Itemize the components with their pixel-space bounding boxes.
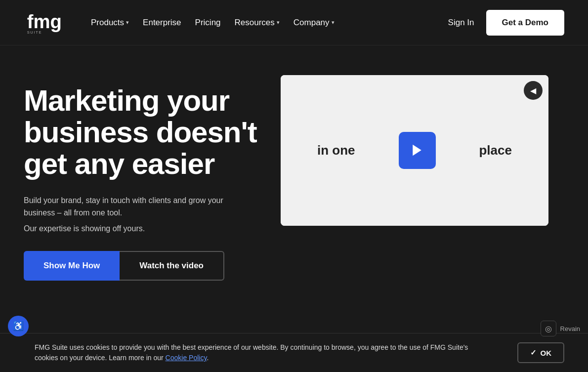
revain-label: Revain <box>560 325 580 332</box>
sign-in-link[interactable]: Sign In <box>448 18 474 28</box>
video-text-area: in one place <box>281 132 548 169</box>
hero-section: Marketing your business doesn't get any … <box>0 45 588 332</box>
chevron-down-icon: ▾ <box>277 19 280 26</box>
revain-widget[interactable]: ◎ Revain <box>541 321 580 336</box>
video-label-left: in one <box>317 143 355 158</box>
watch-video-button[interactable]: Watch the video <box>120 251 224 281</box>
hero-text: Marketing your business doesn't get any … <box>24 75 261 281</box>
cookie-text: FMG Suite uses cookies to provide you wi… <box>35 342 479 363</box>
hero-subtitle: Build your brand, stay in touch with cli… <box>24 194 231 219</box>
nav-item-products[interactable]: Products ▾ <box>91 18 129 28</box>
nav-item-enterprise[interactable]: Enterprise <box>143 18 181 28</box>
nav-right: Sign In Get a Demo <box>448 10 564 36</box>
cookie-ok-button[interactable]: ✓ OK <box>517 342 565 363</box>
cookie-policy-link[interactable]: Cookie Policy <box>166 354 207 362</box>
svg-text:SUITE: SUITE <box>27 30 42 35</box>
nav-item-pricing[interactable]: Pricing <box>195 18 221 28</box>
nav-item-company[interactable]: Company ▾ <box>294 18 335 28</box>
hero-tagline: Our expertise is showing off yours. <box>24 224 261 233</box>
nav-item-resources[interactable]: Resources ▾ <box>235 18 280 28</box>
video-label-right: place <box>479 143 512 158</box>
play-icon <box>410 143 424 158</box>
video-mute-button[interactable]: ◀ <box>524 81 543 100</box>
hero-title: Marketing your business doesn't get any … <box>24 85 261 180</box>
revain-icon: ◎ <box>541 321 556 336</box>
chevron-down-icon: ▾ <box>332 19 335 26</box>
video-inner: ◀ in one place <box>281 75 548 226</box>
mute-icon: ◀ <box>530 86 536 95</box>
video-container: ◀ in one place ▶ 0:58 <box>281 75 548 226</box>
nav-left: fmg SUITE Products ▾ Enterprise Pricing … <box>24 9 335 36</box>
get-demo-button[interactable]: Get a Demo <box>486 10 564 36</box>
svg-text:fmg: fmg <box>27 11 62 32</box>
cookie-banner: FMG Suite uses cookies to provide you wi… <box>0 333 588 372</box>
logo[interactable]: fmg SUITE <box>24 9 73 36</box>
show-me-how-button[interactable]: Show Me How <box>24 251 120 281</box>
accessibility-button[interactable]: ♿ <box>8 316 29 336</box>
checkmark-icon: ✓ <box>530 348 537 357</box>
svg-marker-2 <box>413 145 421 156</box>
chevron-down-icon: ▾ <box>126 19 129 26</box>
main-nav: fmg SUITE Products ▾ Enterprise Pricing … <box>0 0 588 45</box>
accessibility-icon: ♿ <box>13 321 24 331</box>
hero-video: ◀ in one place ▶ 0:58 <box>281 75 564 226</box>
hero-buttons: Show Me How Watch the video <box>24 251 261 281</box>
video-play-button[interactable] <box>399 132 436 169</box>
nav-links: Products ▾ Enterprise Pricing Resources … <box>91 18 335 28</box>
